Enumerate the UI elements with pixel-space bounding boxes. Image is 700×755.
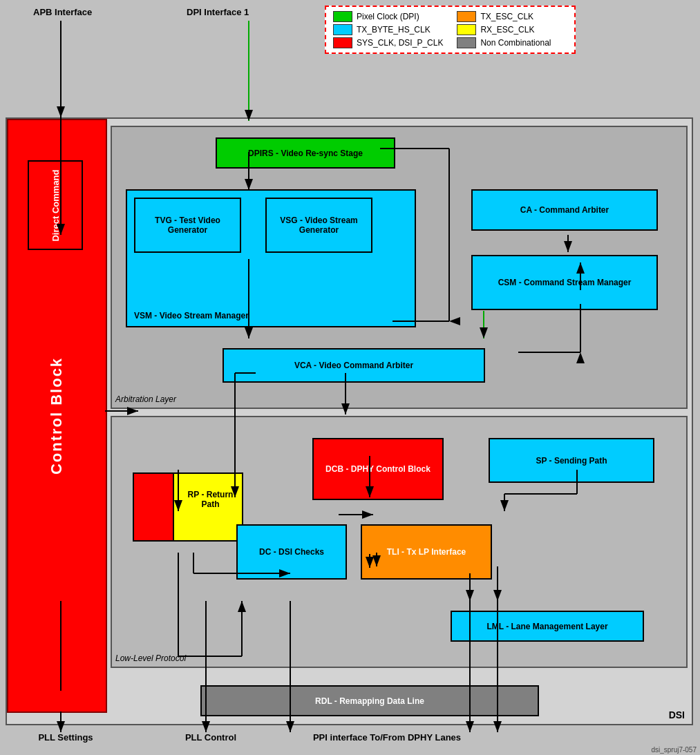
arbitration-layer-label: Arbitration Layer	[115, 394, 176, 404]
legend-label-tx-esc: TX_ESC_CLK	[480, 12, 533, 21]
direct-command-label: Direct Command	[50, 169, 61, 241]
legend-item-sys-clk: SYS_CLK, DSI_P_CLK	[333, 37, 443, 48]
legend-label-tx-byte: TX_BYTE_HS_CLK	[357, 25, 431, 35]
ca-block: CA - Command Arbiter	[471, 189, 658, 231]
lml-block: LML - Lane Management Layer	[451, 611, 644, 642]
legend-item-rx-esc: RX_ESC_CLK	[457, 24, 567, 35]
legend-label-sys-clk: SYS_CLK, DSI_P_CLK	[357, 38, 443, 48]
low-level-label: Low-Level Protocol	[115, 653, 186, 663]
sp-block: SP - Sending Path	[489, 438, 654, 483]
legend-color-yellow	[457, 24, 476, 35]
tli-block: TLI - Tx LP Interface	[361, 524, 492, 580]
legend-label-rx-esc: RX_ESC_CLK	[480, 25, 534, 35]
legend: Pixel Clock (DPI) TX_ESC_CLK TX_BYTE_HS_…	[325, 6, 576, 54]
dpirs-block: DPIRS - Video Re-sync Stage	[216, 137, 395, 169]
csm-block: CSM - Command Stream Manager	[471, 255, 658, 310]
watermark: dsi_spruj7-057	[651, 746, 697, 754]
ppi-label: PPI interface To/From DPHY Lanes	[269, 732, 504, 743]
legend-label-non-comb: Non Combinational	[480, 38, 551, 48]
direct-command-box: Direct Command	[28, 160, 83, 250]
legend-item-non-comb: Non Combinational	[457, 37, 567, 48]
apb-interface-label: APB Interface	[33, 7, 92, 17]
main-container: Control Block Direct Command DSI Arbitra…	[6, 117, 693, 725]
dc-block: DC - DSI Checks	[236, 524, 347, 580]
legend-label-pixel-clock: Pixel Clock (DPI)	[357, 12, 419, 21]
pll-control-label: PLL Control	[173, 732, 249, 743]
legend-color-gray	[457, 37, 476, 48]
vca-block: VCA - Video Command Arbiter	[223, 348, 485, 383]
dpi-interface-label: DPI Interface 1	[187, 7, 249, 17]
rp-red	[133, 472, 174, 542]
dsi-label: DSI	[669, 709, 685, 720]
arbitration-layer-region: Arbitration Layer DPIRS - Video Re-sync …	[111, 126, 688, 409]
vsm-label: VSM - Video Stream Manager	[134, 311, 249, 321]
rp-container: RP - Return Path	[133, 472, 243, 542]
control-block-label: Control Block	[48, 357, 66, 475]
legend-color-cyan	[333, 24, 352, 35]
dcb-block: DCB - DPHY Control Block	[312, 438, 444, 500]
rp-label: RP - Return Path	[178, 490, 243, 509]
legend-color-green	[333, 11, 352, 22]
legend-item-tx-esc: TX_ESC_CLK	[457, 11, 567, 22]
low-level-region: Low-Level Protocol DCB - DPHY Control Bl…	[111, 416, 688, 668]
legend-item-tx-byte: TX_BYTE_HS_CLK	[333, 24, 443, 35]
pll-settings-label: PLL Settings	[31, 732, 100, 743]
tvg-block: TVG - Test Video Generator	[134, 198, 241, 253]
vsg-block: VSG - Video Stream Generator	[265, 198, 372, 253]
vsm-block: TVG - Test Video Generator VSG - Video S…	[126, 189, 416, 327]
legend-color-orange	[457, 11, 476, 22]
legend-item-pixel-clock: Pixel Clock (DPI)	[333, 11, 443, 22]
legend-color-red	[333, 37, 352, 48]
rdl-block: RDL - Remapping Data Line	[200, 685, 539, 716]
